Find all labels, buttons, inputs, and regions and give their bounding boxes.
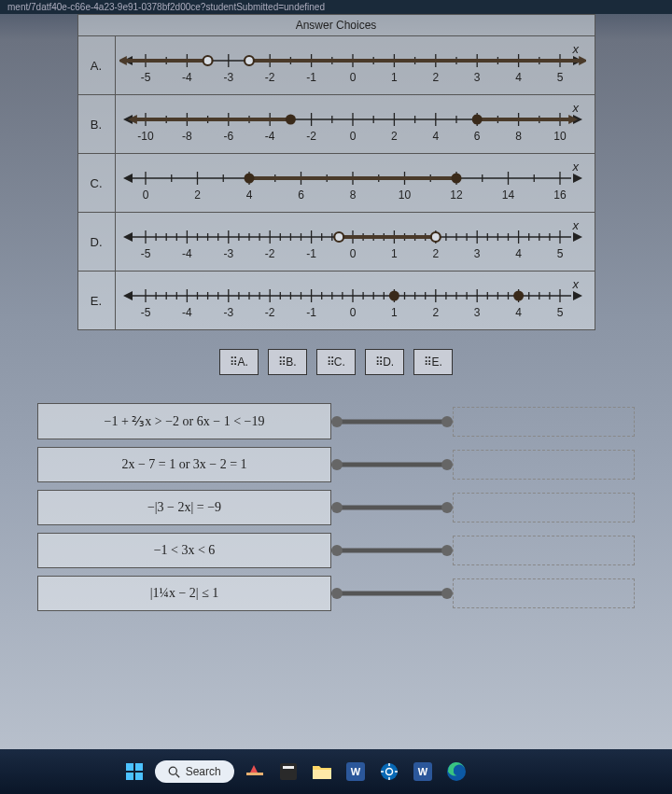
svg-text:0: 0 [349, 71, 356, 84]
svg-text:2: 2 [432, 71, 439, 84]
svg-text:6: 6 [473, 130, 480, 143]
svg-text:2: 2 [194, 188, 201, 202]
match-row: |1¼x − 2| ≤ 1 [37, 576, 635, 611]
svg-text:-1: -1 [306, 71, 316, 84]
svg-marker-36 [119, 56, 127, 65]
svg-rect-243 [313, 770, 331, 779]
svg-point-173 [334, 232, 343, 242]
url-bar: ment/7datf40e-c66e-4a23-9e91-0378bf2d00c… [0, 0, 672, 14]
svg-point-114 [244, 174, 254, 184]
svg-text:-1: -1 [306, 306, 316, 319]
tile-d[interactable]: D. [365, 349, 404, 375]
svg-marker-85 [123, 174, 133, 183]
numberline-label: D. [78, 213, 116, 271]
edge-icon[interactable] [443, 759, 469, 785]
drop-target[interactable] [453, 578, 635, 608]
svg-text:-8: -8 [182, 130, 192, 143]
svg-text:5: 5 [556, 71, 563, 84]
svg-text:4: 4 [515, 306, 522, 319]
search-placeholder: Search [186, 765, 221, 778]
paint-icon[interactable] [242, 759, 268, 785]
drop-target[interactable] [453, 536, 635, 565]
svg-text:-3: -3 [223, 71, 233, 84]
drop-target[interactable] [453, 493, 635, 522]
word-icon-2[interactable]: W [410, 759, 436, 785]
svg-text:10: 10 [553, 130, 567, 143]
svg-text:-2: -2 [306, 130, 316, 143]
svg-text:4: 4 [432, 130, 439, 143]
svg-text:4: 4 [245, 188, 252, 202]
svg-text:1: 1 [391, 247, 398, 260]
numberline-label: B. [78, 95, 116, 153]
answer-tiles-row: A. B. C. D. E. [47, 349, 625, 375]
svg-text:-3: -3 [223, 247, 233, 260]
tile-a[interactable]: A. [219, 349, 259, 375]
windows-start-icon[interactable] [121, 759, 147, 785]
svg-marker-118 [123, 232, 133, 242]
drop-target[interactable] [453, 450, 635, 480]
svg-text:-4: -4 [182, 71, 192, 84]
settings-icon[interactable] [376, 759, 402, 785]
svg-point-174 [430, 232, 440, 242]
svg-text:-5: -5 [140, 71, 150, 84]
svg-text:8: 8 [515, 130, 522, 143]
svg-text:1: 1 [391, 71, 398, 84]
svg-text:14: 14 [501, 188, 514, 202]
svg-text:x: x [571, 160, 579, 174]
svg-text:3: 3 [473, 306, 480, 319]
search-icon [168, 766, 180, 778]
svg-point-238 [169, 767, 176, 774]
app-icon[interactable] [275, 759, 301, 785]
windows-taskbar[interactable]: Search W W [0, 749, 672, 794]
svg-marker-38 [579, 56, 586, 65]
file-explorer-icon[interactable] [309, 759, 335, 785]
numberline-graphic: -10-8-6-4-20246810x [116, 95, 595, 153]
match-row: 2x − 7 = 1 or 3x − 2 = 1 [37, 447, 635, 482]
tile-c[interactable]: C. [316, 349, 356, 375]
tile-e[interactable]: E. [413, 349, 453, 375]
svg-line-239 [175, 773, 179, 777]
svg-text:-10: -10 [137, 130, 154, 143]
svg-text:x: x [571, 277, 579, 291]
numberline-graphic: 0246810121416x [116, 154, 595, 212]
numberline-graphic: -5-4-3-2-1012345x [116, 272, 595, 329]
svg-point-115 [451, 174, 461, 184]
svg-text:-6: -6 [223, 130, 233, 143]
svg-rect-234 [126, 763, 133, 771]
svg-text:5: 5 [556, 247, 563, 260]
match-row: −|3 − 2x| = −9 [37, 490, 635, 525]
numberline-row: A.-5-4-3-2-1012345x [78, 36, 595, 95]
svg-text:x: x [571, 42, 579, 56]
connector [331, 584, 453, 603]
svg-text:W: W [417, 766, 427, 777]
taskbar-search[interactable]: Search [155, 760, 234, 783]
svg-text:0: 0 [142, 188, 148, 202]
tile-b[interactable]: B. [268, 349, 307, 375]
connector [331, 455, 453, 474]
svg-point-81 [285, 115, 295, 125]
svg-text:2: 2 [432, 247, 439, 260]
word-icon[interactable]: W [343, 759, 369, 785]
equation-box: −1 + ⅔x > −2 or 6x − 1 < −19 [37, 403, 331, 439]
svg-text:-3: -3 [223, 306, 233, 319]
equation-box: 2x − 7 = 1 or 3x − 2 = 1 [37, 447, 331, 482]
numberline-graphic: -5-4-3-2-1012345x [116, 213, 595, 271]
numberline-row: C.0246810121416x [78, 154, 595, 213]
svg-point-39 [203, 56, 212, 65]
connector [331, 498, 453, 517]
svg-text:1: 1 [391, 306, 398, 319]
numberline-row: B.-10-8-6-4-20246810x [78, 95, 595, 154]
drop-target[interactable] [453, 407, 635, 437]
equation-box: −1 < 3x < 6 [37, 533, 331, 568]
svg-point-40 [245, 56, 254, 65]
svg-text:-4: -4 [182, 306, 192, 319]
svg-marker-178 [573, 291, 582, 300]
match-row: −1 < 3x < 6 [37, 533, 635, 568]
svg-text:10: 10 [398, 188, 411, 202]
answer-choices-table: Answer Choices A.-5-4-3-2-1012345xB.-10-… [77, 14, 595, 330]
svg-text:-1: -1 [306, 247, 316, 260]
svg-text:-4: -4 [264, 130, 274, 143]
svg-marker-119 [573, 232, 582, 242]
svg-rect-237 [135, 773, 143, 780]
svg-text:2: 2 [391, 130, 398, 143]
